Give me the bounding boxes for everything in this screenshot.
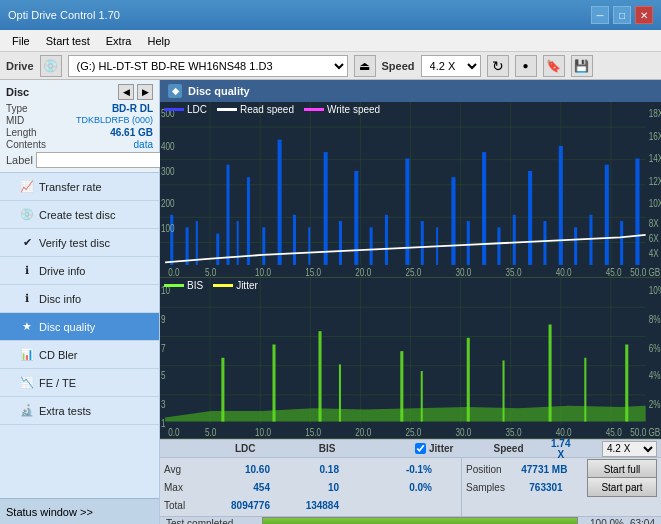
legend-ldc: LDC <box>164 104 207 115</box>
disc-label-key: Label <box>6 154 33 166</box>
svg-text:7: 7 <box>161 343 166 355</box>
legend-jitter: Jitter <box>213 280 258 291</box>
sidebar-item-verify-test-disc[interactable]: ✔ Verify test disc <box>0 229 159 257</box>
eject-button[interactable]: ⏏ <box>354 55 376 77</box>
nav-fe-te-label: FE / TE <box>39 377 76 389</box>
nav-create-test-disc-label: Create test disc <box>39 209 115 221</box>
position-row: Position 47731 MB Start full <box>466 460 657 478</box>
svg-text:15.0: 15.0 <box>305 427 321 438</box>
svg-text:6%: 6% <box>649 343 661 355</box>
minimize-button[interactable]: ─ <box>591 6 609 24</box>
sidebar-item-disc-quality[interactable]: ★ Disc quality <box>0 313 159 341</box>
svg-rect-92 <box>467 338 470 422</box>
sidebar-item-extra-tests[interactable]: 🔬 Extra tests <box>0 397 159 425</box>
close-button[interactable]: ✕ <box>635 6 653 24</box>
max-ldc: 454 <box>200 482 270 493</box>
extra-tests-icon: 🔬 <box>20 404 34 418</box>
sidebar-item-create-test-disc[interactable]: 💿 Create test disc <box>0 201 159 229</box>
start-part-button[interactable]: Start part <box>587 477 657 497</box>
svg-text:9: 9 <box>161 314 166 326</box>
status-window[interactable]: Status window >> <box>0 498 159 524</box>
avg-bis: 0.18 <box>274 464 339 475</box>
max-jitter: 0.0% <box>367 482 432 493</box>
sidebar-item-fe-te[interactable]: 📉 FE / TE <box>0 369 159 397</box>
svg-rect-41 <box>559 146 563 265</box>
nav-drive-info-label: Drive info <box>39 265 85 277</box>
svg-rect-16 <box>186 227 189 265</box>
sidebar-item-cd-bler[interactable]: 📊 CD Bler <box>0 341 159 369</box>
speed-select[interactable]: 4.2 X <box>421 55 481 77</box>
svg-rect-44 <box>605 165 609 265</box>
position-value: 47731 MB <box>521 464 567 475</box>
disc-label-input[interactable] <box>36 152 169 168</box>
svg-rect-25 <box>308 227 310 265</box>
svg-rect-31 <box>405 158 409 265</box>
disc-arrow-right[interactable]: ▶ <box>137 84 153 100</box>
total-label: Total <box>164 500 196 511</box>
menu-help[interactable]: Help <box>139 33 178 49</box>
progress-percent: 100.0% <box>584 518 624 525</box>
bottom-chart-legend: BIS Jitter <box>164 280 258 291</box>
drive-info-icon: ℹ <box>20 264 34 278</box>
disc-quality-icon: ★ <box>20 320 34 334</box>
svg-rect-23 <box>278 140 282 265</box>
svg-rect-88 <box>318 332 321 422</box>
disc-contents-value: data <box>134 139 153 150</box>
chart-header: ◆ Disc quality <box>160 80 661 102</box>
svg-rect-89 <box>339 365 341 422</box>
svg-text:0.0: 0.0 <box>168 427 179 438</box>
menu-extra[interactable]: Extra <box>98 33 140 49</box>
charts-area: LDC Read speed Write speed <box>160 102 661 439</box>
sidebar-item-drive-info[interactable]: ℹ Drive info <box>0 257 159 285</box>
status-window-label: Status window >> <box>6 506 93 518</box>
disc-button[interactable]: ● <box>515 55 537 77</box>
svg-rect-93 <box>503 361 505 422</box>
svg-rect-21 <box>247 177 250 265</box>
disc-section-title: Disc <box>6 86 29 98</box>
menu-start-test[interactable]: Start test <box>38 33 98 49</box>
svg-rect-34 <box>451 177 455 265</box>
disc-type-row: Type BD-R DL <box>6 103 153 114</box>
svg-text:5.0: 5.0 <box>205 427 216 438</box>
nav-disc-info-label: Disc info <box>39 293 81 305</box>
svg-text:8%: 8% <box>649 314 661 326</box>
disc-arrow-left[interactable]: ◀ <box>118 84 134 100</box>
svg-rect-22 <box>262 227 265 265</box>
nav-verify-test-disc-label: Verify test disc <box>39 237 110 249</box>
jitter-checkbox[interactable] <box>415 443 426 454</box>
sidebar: Disc ◀ ▶ Type BD-R DL MID TDKBLDRFB (000… <box>0 80 160 524</box>
sidebar-item-disc-info[interactable]: ℹ Disc info <box>0 285 159 313</box>
refresh-button[interactable]: ↻ <box>487 55 509 77</box>
svg-text:18X: 18X <box>649 108 661 119</box>
right-panel: ◆ Disc quality LDC Read speed <box>160 80 661 524</box>
save-button[interactable]: 💾 <box>571 55 593 77</box>
stats-left-panel: Avg 10.60 0.18 -0.1% Max 454 10 0.0% <box>160 458 461 516</box>
svg-rect-38 <box>513 215 516 265</box>
svg-text:5: 5 <box>161 369 166 381</box>
nav-transfer-rate-label: Transfer rate <box>39 181 102 193</box>
cd-bler-icon: 📊 <box>20 348 34 362</box>
menu-file[interactable]: File <box>4 33 38 49</box>
disc-mid-value: TDKBLDRFB (000) <box>76 115 153 126</box>
svg-text:30.0: 30.0 <box>455 427 471 438</box>
bookmark-button[interactable]: 🔖 <box>543 55 565 77</box>
create-test-disc-icon: 💿 <box>20 208 34 222</box>
legend-ldc-label: LDC <box>187 104 207 115</box>
svg-text:200: 200 <box>161 199 175 210</box>
svg-rect-27 <box>339 221 342 265</box>
drive-select[interactable]: (G:) HL-DT-ST BD-RE WH16NS48 1.D3 <box>68 55 348 77</box>
maximize-button[interactable]: □ <box>613 6 631 24</box>
svg-text:50.0 GB: 50.0 GB <box>630 427 660 438</box>
svg-rect-32 <box>421 221 424 265</box>
stats-data: Avg 10.60 0.18 -0.1% Max 454 10 0.0% <box>160 458 661 516</box>
disc-label-row: Label 🔑 <box>6 152 153 168</box>
svg-text:30.0: 30.0 <box>455 267 471 277</box>
sidebar-item-transfer-rate[interactable]: 📈 Transfer rate <box>0 173 159 201</box>
stats-max-row: Max 454 10 0.0% <box>164 478 457 496</box>
svg-text:45.0: 45.0 <box>606 267 622 277</box>
svg-text:8X: 8X <box>649 219 659 230</box>
start-full-button[interactable]: Start full <box>587 459 657 479</box>
max-label: Max <box>164 482 196 493</box>
disc-type-label: Type <box>6 103 28 114</box>
stats-speed-select[interactable]: 4.2 X <box>602 441 657 457</box>
